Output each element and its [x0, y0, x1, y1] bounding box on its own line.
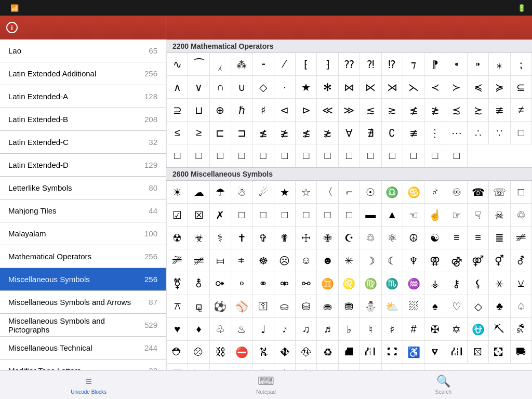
glyph-cell[interactable]: ☢ — [167, 227, 188, 249]
glyph-cell[interactable]: ✠ — [424, 318, 446, 341]
glyph-cell[interactable]: ⊇ — [167, 99, 188, 122]
glyph-cell[interactable]: ∄ — [360, 122, 381, 144]
glyph-cell[interactable]: ⚥ — [489, 249, 510, 272]
glyph-cell[interactable]: ⚼ — [188, 295, 209, 318]
tab-search[interactable]: 🔍Search — [355, 370, 532, 399]
glyph-cell[interactable]: ⚭ — [252, 272, 274, 295]
glyph-cell[interactable]: ♻ — [317, 341, 338, 364]
glyph-cell[interactable]: ⛁ — [296, 295, 317, 318]
glyph-cell[interactable]: ⛓ — [210, 341, 231, 364]
glyph-cell[interactable]: □ — [296, 144, 317, 167]
glyph-cell[interactable]: □ — [511, 122, 532, 144]
sidebar-item-lao[interactable]: Lao65 — [0, 39, 166, 62]
glyph-cell[interactable]: ⛨ — [339, 364, 360, 370]
glyph-cell[interactable]: ☜ — [403, 204, 424, 227]
sidebar-item-latin-extended-a[interactable]: Latin Extended-A128 — [0, 85, 166, 108]
glyph-cell[interactable]: ⚧ — [167, 272, 188, 295]
glyph-cell[interactable]: ⚶ — [424, 272, 446, 295]
glyph-cell[interactable]: ⋈ — [339, 76, 360, 99]
glyph-cell[interactable]: ⛞ — [489, 341, 510, 364]
glyph-cell[interactable]: ≣ — [489, 227, 510, 249]
glyph-cell[interactable]: ♭ — [339, 318, 360, 341]
glyph-cell[interactable]: ≡ — [446, 227, 468, 249]
glyph-cell[interactable]: ⛪ — [382, 364, 403, 370]
glyph-cell[interactable]: □ — [188, 144, 209, 167]
glyph-cell[interactable]: ⛒ — [188, 341, 209, 364]
glyph-cell[interactable]: ⛡ — [188, 364, 209, 370]
glyph-cell[interactable]: ⛥ — [274, 364, 296, 370]
glyph-cell[interactable]: ⁍ — [468, 53, 489, 76]
glyph-cell[interactable]: ⛟ — [511, 341, 532, 364]
glyph-cell[interactable]: ⚮ — [274, 272, 296, 295]
glyph-cell[interactable]: ☾ — [382, 249, 403, 272]
sidebar-item-mathematical-operators[interactable]: Mathematical Operators256 — [0, 245, 166, 268]
glyph-cell[interactable]: ⚩ — [210, 272, 231, 295]
glyph-cell[interactable]: ⁌ — [446, 53, 468, 76]
glyph-cell[interactable]: ≰ — [252, 122, 274, 144]
tab-unicode-blocks[interactable]: ≡Unicode Blocks — [0, 370, 177, 399]
glyph-cell[interactable]: ≵ — [317, 122, 338, 144]
glyph-cell[interactable]: ♆ — [403, 249, 424, 272]
glyph-cell[interactable]: ♯ — [252, 99, 274, 122]
glyph-cell[interactable]: ⛜ — [446, 341, 468, 364]
glyph-cell[interactable]: □ — [446, 144, 468, 167]
glyph-cell[interactable]: ⚺ — [511, 272, 532, 295]
glyph-cell[interactable]: ☃ — [231, 181, 252, 204]
glyph-cell[interactable]: □ — [167, 144, 188, 167]
glyph-cell[interactable]: ♨ — [231, 318, 252, 341]
glyph-cell[interactable]: ♍ — [360, 272, 381, 295]
glyph-cell[interactable]: □ — [317, 144, 338, 167]
glyph-cell[interactable]: ☒ — [188, 204, 209, 227]
glyph-cell[interactable]: ⚸ — [468, 272, 489, 295]
glyph-cell[interactable]: ☉ — [360, 181, 381, 204]
glyph-cell[interactable]: ≡ — [468, 227, 489, 249]
glyph-cell[interactable]: ♒ — [403, 272, 424, 295]
glyph-cell[interactable]: 〈 — [317, 181, 338, 204]
glyph-cell[interactable]: ⛙ — [360, 341, 381, 364]
glyph-cell[interactable]: ⛧ — [317, 364, 338, 370]
glyph-cell[interactable]: ≴ — [403, 99, 424, 122]
glyph-cell[interactable]: ∪ — [231, 76, 252, 99]
glyph-cell[interactable]: ⚬ — [231, 272, 252, 295]
glyph-cell[interactable]: ⊆ — [511, 76, 532, 99]
glyph-cell[interactable]: ◇ — [252, 76, 274, 99]
glyph-cell[interactable]: ☟ — [468, 204, 489, 227]
glyph-cell[interactable]: ≫ — [339, 99, 360, 122]
glyph-cell[interactable]: ⚕ — [210, 227, 231, 249]
glyph-cell[interactable]: ⁎ — [489, 53, 510, 76]
glyph-cell[interactable]: ⛠ — [167, 364, 188, 370]
glyph-cell[interactable]: ☀ — [167, 181, 188, 204]
glyph-cell[interactable]: ≴ — [296, 122, 317, 144]
glyph-cell[interactable]: ⚦ — [511, 249, 532, 272]
glyph-cell[interactable]: ★ — [296, 76, 317, 99]
glyph-cell[interactable]: ≢ — [403, 122, 424, 144]
glyph-cell[interactable]: ℏ — [231, 99, 252, 122]
sidebar-item-miscellaneous-technical[interactable]: Miscellaneous Technical244 — [0, 337, 166, 360]
glyph-cell[interactable]: ✞ — [252, 227, 274, 249]
glyph-cell[interactable]: ⚹ — [489, 272, 510, 295]
glyph-cell[interactable]: ♮ — [360, 318, 381, 341]
glyph-cell[interactable]: ≪ — [317, 99, 338, 122]
glyph-cell[interactable]: ⚯ — [296, 272, 317, 295]
glyph-cell[interactable]: ☣ — [188, 227, 209, 249]
glyph-cell[interactable]: ♲ — [360, 227, 381, 249]
glyph-cell[interactable]: ⁏ — [511, 53, 532, 76]
glyph-cell[interactable]: ☞ — [446, 204, 468, 227]
glyph-cell[interactable]: ⛎ — [468, 318, 489, 341]
glyph-cell[interactable]: ♾ — [446, 181, 468, 204]
glyph-cell[interactable]: ♎ — [382, 181, 403, 204]
glyph-cell[interactable]: ∵ — [489, 122, 510, 144]
glyph-cell[interactable]: ♿ — [403, 341, 424, 364]
glyph-cell[interactable]: ≽ — [489, 76, 510, 99]
glyph-cell[interactable]: ⁈ — [360, 53, 381, 76]
glyph-cell[interactable]: ⋉ — [360, 76, 381, 99]
glyph-cell[interactable]: ≺ — [424, 76, 446, 99]
glyph-cell[interactable]: □ — [231, 204, 252, 227]
sidebar-item-malayalam[interactable]: Malayalam100 — [0, 222, 166, 245]
sidebar-item-latin-extended-additional[interactable]: Latin Extended Additional256 — [0, 62, 166, 85]
glyph-cell[interactable]: ⚷ — [446, 272, 468, 295]
glyph-cell[interactable]: ⛕ — [252, 341, 274, 364]
glyph-cell[interactable]: □ — [252, 144, 274, 167]
glyph-cell[interactable]: ✝ — [231, 227, 252, 249]
info-icon[interactable]: i — [6, 22, 18, 33]
